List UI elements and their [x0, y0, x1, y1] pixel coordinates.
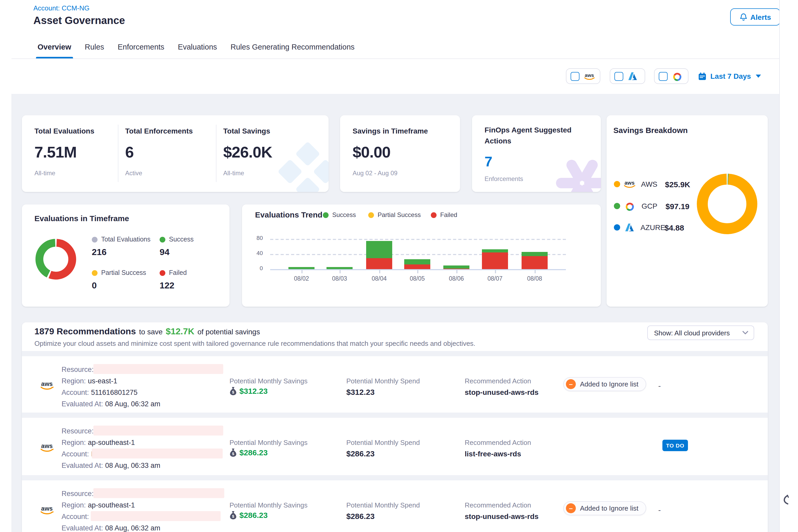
evaluations-timeframe-title: Evaluations in Timeframe	[34, 214, 129, 223]
aws-checkbox[interactable]	[571, 72, 580, 81]
savings-column-label: Potential Monthly Savings	[229, 439, 307, 446]
y-tick-label: 0	[245, 265, 263, 271]
trend-bar-08/08-success	[521, 252, 548, 256]
total-enforcements-value: 6	[125, 144, 134, 161]
gcp-checkbox[interactable]	[659, 72, 668, 81]
left-rail	[0, 0, 12, 532]
recommended-action-value: stop-unused-aws-rds	[465, 388, 538, 396]
card-totals: Total Evaluations 7.51M All-time Total E…	[22, 115, 328, 192]
date-range-label: Last 7 Days	[710, 72, 751, 80]
provider-filter-gcp[interactable]	[654, 68, 688, 84]
x-tick-mark	[535, 270, 536, 273]
x-tick-mark	[456, 270, 457, 273]
aws-logo-icon	[39, 379, 55, 392]
scrollbar-track[interactable]	[779, 0, 798, 532]
finops-agent-caption: Enforcements	[484, 175, 523, 183]
trend-bar-08/05-failed	[404, 265, 430, 269]
x-tick-label: 08/03	[324, 276, 355, 282]
minus-circle-icon: –	[566, 503, 576, 513]
trend-bar-08/05-success	[404, 259, 430, 264]
date-range-picker[interactable]: Last 7 Days	[698, 68, 761, 84]
status-badge-todo: TO DO	[662, 440, 688, 451]
evaluated-at-label: Evaluated At:	[61, 400, 103, 408]
help-widget-icon[interactable]	[782, 494, 790, 506]
x-tick-label: 08/02	[286, 276, 317, 282]
region-value: ap-southeast-1	[88, 501, 135, 509]
recommendations-save-amount: $12.7K	[166, 326, 194, 337]
bell-icon	[739, 13, 747, 21]
azure-checkbox[interactable]	[614, 72, 623, 81]
aws-legend-dot	[614, 181, 620, 187]
aws-legend-name: AWS	[641, 180, 665, 188]
legend-success: Success	[159, 236, 194, 243]
alerts-button[interactable]: Alerts	[730, 8, 780, 25]
total-savings-label: Total Savings	[223, 127, 270, 135]
provider-filter-aws[interactable]	[566, 68, 600, 84]
x-tick-mark	[379, 270, 380, 273]
trend-bar-08/03-success	[326, 267, 353, 269]
provider-filter-azure[interactable]	[610, 68, 645, 84]
gcp-legend-value: $97.19	[666, 202, 689, 210]
aws-logo-icon	[623, 179, 636, 189]
tab-rules-generating-recommendations[interactable]: Rules Generating Recommendations	[230, 36, 355, 58]
redacted-account-value	[91, 511, 221, 521]
tab-overview[interactable]: Overview	[38, 36, 71, 58]
evaluations-timeframe-donut-chart	[30, 233, 82, 285]
success-dot	[159, 236, 165, 242]
partial-success-legend-value: 0	[92, 281, 97, 291]
account-value: 511616801275	[91, 388, 137, 396]
trend-bar-08/07-failed	[482, 252, 508, 269]
resource-label: Resource:	[61, 427, 94, 435]
tab-evaluations[interactable]: Evaluations	[178, 36, 217, 58]
status-pill-ignored: – Added to Ignore list	[563, 377, 646, 391]
evaluated-at-value: 08 Aug, 06:32 am	[105, 524, 160, 532]
total-evaluations-dot	[92, 236, 97, 242]
gcp-logo-icon	[624, 201, 636, 211]
total-evaluations-legend-label: Total Evaluations	[101, 236, 150, 243]
failed-dot	[159, 270, 165, 276]
money-bag-icon	[229, 448, 237, 457]
x-tick-label: 08/05	[402, 276, 433, 282]
evaluated-at-value: 08 Aug, 06:33 am	[105, 461, 160, 470]
tab-rules[interactable]: Rules	[85, 36, 104, 58]
azure-legend-value: $4.88	[664, 223, 684, 232]
savings-timeframe-label: Savings in Timeframe	[353, 127, 428, 135]
azure-logo-icon	[627, 72, 638, 81]
donut-segment-AWS	[702, 179, 752, 229]
recommendation-row-1[interactable]: Resource: Region:us-east-1 Account:51161…	[22, 356, 768, 413]
recommendations-subtitle: Optimize your cloud assets and minimize …	[34, 340, 475, 347]
recommendation-row-2[interactable]: Resource: Region:ap-southeast-1 Account:…	[22, 418, 768, 475]
aws-logo-icon	[39, 441, 55, 454]
caret-down-icon	[756, 75, 761, 78]
tab-bar: Overview Rules Enforcements Evaluations …	[12, 36, 779, 59]
action-column-label: Recommended Action	[465, 377, 531, 385]
region-label: Region:	[61, 377, 86, 385]
tab-enforcements[interactable]: Enforcements	[118, 36, 164, 58]
card-evaluations-in-timeframe: Evaluations in Timeframe Total Evaluatio…	[22, 205, 229, 307]
partial-success-dot	[92, 270, 97, 276]
failed-legend-value: 122	[159, 281, 174, 291]
trend-bar-08/04-success	[366, 241, 392, 258]
chevron-down-icon	[742, 331, 748, 335]
trailing-dash: -	[658, 381, 661, 390]
page-title: Asset Governance	[33, 15, 125, 26]
row-separator	[22, 413, 768, 418]
finops-agent-value: 7	[484, 154, 492, 170]
status-pill-label: Added to Ignore list	[580, 380, 639, 388]
action-column-label: Recommended Action	[465, 439, 531, 446]
azure-logo-icon	[624, 223, 635, 232]
x-tick-label: 08/08	[519, 276, 550, 282]
x-tick-mark	[495, 270, 496, 273]
cloud-provider-filter-value: Show: All cloud providers	[654, 329, 742, 337]
recommended-action-value: list-free-aws-rds	[465, 450, 521, 458]
savings-breakdown-donut-chart	[690, 167, 764, 241]
spend-column-label: Potential Monthly Spend	[346, 377, 420, 385]
total-evaluations-legend-value: 216	[92, 247, 107, 258]
x-tick-label: 08/06	[441, 276, 472, 282]
savings-column-label: Potential Monthly Savings	[229, 501, 307, 509]
recommendation-row-3[interactable]: Resource: Region:ap-southeast-1 Account:…	[22, 480, 768, 532]
savings-breakdown-legend-aws: AWS $25.9K	[614, 178, 690, 190]
trailing-dash: -	[658, 506, 661, 514]
breadcrumb-account-link[interactable]: Account: CCM-NG	[33, 4, 90, 12]
cloud-provider-filter-select[interactable]: Show: All cloud providers	[647, 325, 754, 340]
